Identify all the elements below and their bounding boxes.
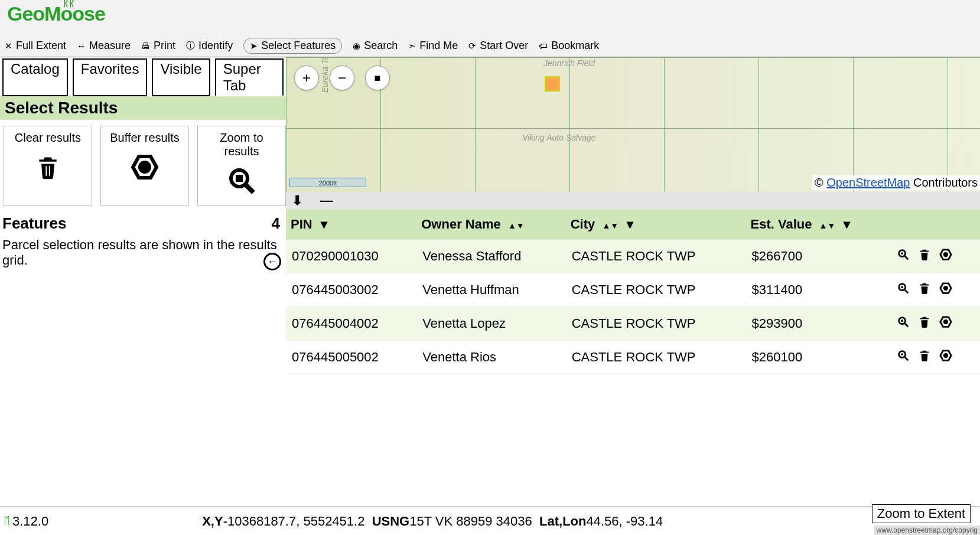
- xy-value: -10368187.7, 5552451.2: [223, 514, 365, 529]
- bookmark-icon: 🏷: [539, 41, 548, 51]
- cell-pin: 076445003002: [286, 273, 416, 307]
- select-features-label: Select Features: [261, 40, 336, 52]
- table-row[interactable]: 070290001030Venessa StaffordCASTLE ROCK …: [286, 240, 980, 273]
- buffer-row-icon[interactable]: [939, 282, 952, 295]
- map-label-salvage: Viking Auto Salvage: [522, 133, 596, 142]
- table-header-row: PIN ▾ Owner Name ▲▼ City ▲▼ ▾ Est. Value: [286, 210, 980, 240]
- grid-toolbar: ⬇ —: [286, 192, 980, 210]
- zoom-to-extent-button[interactable]: Zoom to Extent: [872, 504, 971, 523]
- back-arrow-icon[interactable]: ←: [263, 253, 281, 270]
- coordinate-readout: X,Y-10368187.7, 5552451.2 USNG15T VK 889…: [202, 514, 663, 529]
- features-count: 4: [272, 214, 280, 233]
- zoom-in-button[interactable]: +: [294, 66, 319, 90]
- download-results-icon[interactable]: ⬇: [292, 193, 302, 208]
- zoom-row-icon[interactable]: [897, 248, 910, 261]
- svg-line-21: [905, 357, 909, 361]
- col-city[interactable]: City ▲▼ ▾: [566, 210, 746, 240]
- table-row[interactable]: 076445005002Venetta RiosCASTLE ROCK TWP$…: [286, 341, 980, 374]
- table-row[interactable]: 076445004002Venetta LopezCASTLE ROCK TWP…: [286, 307, 980, 341]
- results-table: PIN ▾ Owner Name ▲▼ City ▲▼ ▾ Est. Value: [286, 210, 980, 374]
- find-me-tool[interactable]: ➣ Find Me: [408, 40, 458, 52]
- filter-icon[interactable]: ▾: [844, 217, 850, 231]
- left-panel: Catalog Favorites Visible Super Tab Sele…: [0, 57, 286, 507]
- start-over-label: Start Over: [480, 40, 528, 52]
- tab-favorites[interactable]: Favorites: [73, 58, 148, 96]
- svg-point-24: [944, 354, 948, 357]
- sort-icon[interactable]: ▲▼: [602, 221, 618, 230]
- features-label: Features: [2, 214, 66, 233]
- measure-label: Measure: [89, 40, 131, 52]
- identify-label: Identify: [198, 40, 233, 52]
- identify-tool[interactable]: ⓘ Identify: [186, 40, 233, 52]
- zoom-out-button[interactable]: −: [330, 66, 354, 90]
- zoom-stop-button[interactable]: ■: [365, 66, 390, 90]
- svg-point-1: [140, 162, 149, 172]
- svg-line-6: [905, 256, 909, 260]
- tab-super-tab[interactable]: Super Tab: [215, 58, 284, 96]
- identify-icon: ⓘ: [186, 40, 195, 51]
- measure-icon: ↔: [77, 41, 86, 51]
- delete-row-icon[interactable]: [918, 349, 931, 362]
- cell-actions: [891, 240, 980, 273]
- svg-point-7: [901, 252, 903, 255]
- results-description-row: Parcel selection results are shown in th…: [0, 235, 286, 270]
- pointer-icon: ➤: [250, 41, 258, 51]
- map-area[interactable]: Eureka Township Jennrich Field Viking Au…: [286, 57, 980, 507]
- hexagon-icon: [129, 153, 160, 181]
- select-features-tool[interactable]: ➤ Select Features: [243, 38, 342, 54]
- table-row[interactable]: 076445003002Venetta HuffmanCASTLE ROCK T…: [286, 273, 980, 307]
- cell-actions: [891, 273, 980, 307]
- cell-owner: Venetta Lopez: [416, 307, 565, 341]
- cell-value: $260100: [746, 341, 891, 374]
- delete-row-icon[interactable]: [918, 315, 931, 328]
- tab-catalog[interactable]: Catalog: [2, 58, 68, 96]
- status-url: www.openstreetmap.org/copyrig: [874, 526, 980, 535]
- svg-point-19: [944, 320, 948, 324]
- zoom-to-results-label: Zoom to results: [220, 131, 263, 158]
- zoom-icon: [227, 167, 256, 195]
- zoom-to-results-button[interactable]: Zoom to results: [197, 126, 286, 206]
- col-pin[interactable]: PIN ▾: [286, 210, 416, 240]
- bookmark-tool[interactable]: 🏷 Bookmark: [539, 40, 599, 52]
- tab-visible[interactable]: Visible: [152, 58, 210, 96]
- print-icon: 🖶: [141, 41, 150, 51]
- svg-line-16: [905, 324, 909, 327]
- zoom-row-icon[interactable]: [897, 315, 910, 328]
- zoom-row-icon[interactable]: [897, 282, 910, 295]
- zoom-row-icon[interactable]: [897, 349, 910, 362]
- latlon-label: Lat,Lon: [539, 514, 586, 529]
- sort-icon[interactable]: ▲▼: [508, 221, 525, 230]
- map-attribution: © OpenStreetMap Contributors: [812, 175, 980, 190]
- clear-results-button[interactable]: Clear results: [4, 126, 92, 206]
- moose-icon: ᛖ: [4, 515, 10, 527]
- buffer-row-icon[interactable]: [939, 248, 952, 261]
- cell-owner: Venetta Rios: [416, 341, 565, 374]
- start-over-tool[interactable]: ⟳ Start Over: [468, 40, 528, 52]
- collapse-grid-icon[interactable]: —: [320, 193, 333, 208]
- buffer-row-icon[interactable]: [939, 349, 952, 362]
- delete-row-icon[interactable]: [918, 282, 931, 295]
- search-tool[interactable]: ◉ Search: [353, 40, 398, 52]
- map-label-field: Jennrich Field: [543, 58, 595, 68]
- latlon-value: 44.56, -93.14: [586, 514, 663, 529]
- measure-tool[interactable]: ↔ Measure: [77, 40, 131, 52]
- col-value[interactable]: Est. Value ▲▼ ▾: [746, 210, 891, 240]
- col-owner[interactable]: Owner Name ▲▼: [416, 210, 565, 240]
- map-controls: + − ■: [294, 66, 390, 90]
- print-tool[interactable]: 🖶 Print: [141, 40, 175, 52]
- buffer-results-button[interactable]: Buffer results: [100, 126, 189, 206]
- results-title: Select Results: [0, 96, 286, 120]
- buffer-row-icon[interactable]: [939, 315, 952, 328]
- attribution-suffix: Contributors: [910, 176, 978, 189]
- usng-value: 15T VK 88959 34036: [409, 514, 532, 529]
- cell-pin: 070290001030: [286, 240, 416, 273]
- sort-icon[interactable]: ▲▼: [819, 221, 836, 230]
- features-summary: Features 4: [0, 212, 286, 235]
- filter-icon[interactable]: ▾: [627, 217, 633, 231]
- filter-icon[interactable]: ▾: [321, 217, 327, 231]
- full-extent-tool[interactable]: ✕ Full Extent: [5, 40, 66, 52]
- attribution-link[interactable]: OpenStreetMap: [826, 176, 910, 189]
- delete-row-icon[interactable]: [918, 248, 931, 261]
- cell-value: $293900: [746, 307, 891, 341]
- refresh-icon: ⟳: [468, 41, 476, 51]
